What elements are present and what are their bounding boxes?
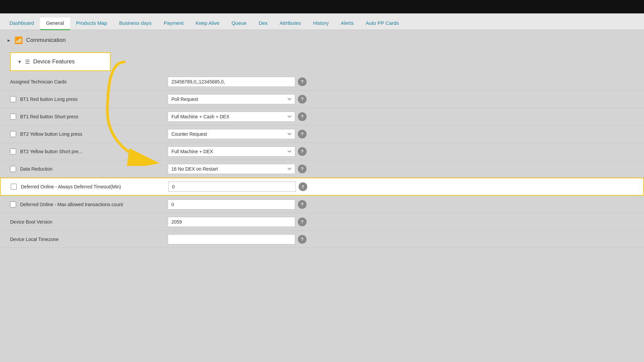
- tab-business-days[interactable]: Business days: [113, 17, 158, 30]
- top-bar: [0, 0, 644, 13]
- tab-dashboard[interactable]: Dashboard: [3, 17, 40, 30]
- tab-attributes[interactable]: Attributes: [274, 17, 307, 30]
- select-bt2-yellow-short[interactable]: Poll Request Full Machine + Cash + DEX C…: [168, 146, 295, 157]
- row-deferred-online-max: Deferred Online - Max allowed transactio…: [0, 196, 644, 213]
- select-data-reduction[interactable]: Poll Request Full Machine + Cash + DEX C…: [168, 164, 295, 174]
- checkbox-bt2-yellow-short[interactable]: [10, 148, 16, 155]
- row-device-boot-version: Device Boot Version ?: [0, 213, 644, 231]
- help-bt1-red-short[interactable]: ?: [298, 112, 307, 121]
- device-features-header[interactable]: ▼ ☰ Device Features: [10, 52, 111, 71]
- tab-queue[interactable]: Queue: [225, 17, 253, 30]
- label-device-local-timezone: Device Local Timezone: [10, 237, 59, 242]
- checkbox-bt1-red-short[interactable]: [10, 114, 16, 120]
- label-bt1-red-long: BT1 Red button Long press: [20, 97, 77, 102]
- row-deferred-online-timeout: Deferred Online - Always Deferred Timeou…: [0, 178, 644, 196]
- communication-chevron-icon: ►: [7, 38, 11, 43]
- help-device-boot-version[interactable]: ?: [298, 218, 307, 226]
- help-bt1-red-long[interactable]: ?: [298, 95, 307, 104]
- tab-general[interactable]: General: [40, 17, 70, 30]
- row-bt2-yellow-short: BT2 Yellow button Short pre... Poll Requ…: [0, 143, 644, 160]
- help-assigned-tech-cards[interactable]: ?: [298, 77, 307, 86]
- device-features-title: Device Features: [33, 58, 75, 65]
- help-data-reduction[interactable]: ?: [298, 165, 307, 173]
- checkbox-bt2-yellow-long[interactable]: [10, 131, 16, 137]
- tab-keep-alive[interactable]: Keep Alive: [190, 17, 225, 30]
- row-bt2-yellow-long: BT2 Yellow button Long press Poll Reques…: [0, 125, 644, 143]
- row-bt1-red-short: BT1 Red button Short press Poll Request …: [0, 108, 644, 125]
- device-features-wrapper: ▼ ☰ Device Features: [0, 50, 644, 73]
- device-features-icon: ☰: [25, 59, 30, 65]
- select-bt2-yellow-long[interactable]: Poll Request Full Machine + Cash + DEX C…: [168, 129, 295, 139]
- help-bt2-yellow-short[interactable]: ?: [298, 147, 307, 156]
- row-bt1-red-long: BT1 Red button Long press Poll Request F…: [0, 90, 644, 108]
- label-deferred-online-timeout: Deferred Online - Always Deferred Timeou…: [21, 184, 121, 189]
- tab-auto-pp-cards[interactable]: Auto PP Cards: [360, 17, 405, 30]
- input-device-boot-version[interactable]: [168, 217, 295, 227]
- tab-payment[interactable]: Payment: [158, 17, 190, 30]
- select-bt1-red-short[interactable]: Poll Request Full Machine + Cash + DEX C…: [168, 112, 295, 122]
- label-data-reduction: Data Reduction: [20, 166, 53, 172]
- communication-title: Communication: [26, 37, 66, 44]
- help-bt2-yellow-long[interactable]: ?: [298, 130, 307, 138]
- label-deferred-online-max: Deferred Online - Max allowed transactio…: [20, 202, 123, 207]
- input-deferred-online-timeout[interactable]: [168, 182, 296, 192]
- checkbox-bt1-red-long[interactable]: [10, 96, 16, 102]
- label-bt2-yellow-long: BT2 Yellow button Long press: [20, 131, 82, 137]
- device-features-chevron-icon: ▼: [17, 59, 22, 64]
- help-deferred-online-max[interactable]: ?: [298, 200, 307, 209]
- tab-history[interactable]: History: [307, 17, 335, 30]
- tab-products-map[interactable]: Products Map: [70, 17, 113, 30]
- communication-section[interactable]: ► 📶 Communication: [0, 30, 644, 50]
- label-bt2-yellow-short: BT2 Yellow button Short pre...: [20, 149, 82, 154]
- input-device-local-timezone[interactable]: [168, 234, 295, 244]
- checkbox-data-reduction[interactable]: [10, 166, 16, 172]
- help-device-local-timezone[interactable]: ?: [298, 235, 307, 244]
- select-bt1-red-long[interactable]: Poll Request Full Machine + Cash + DEX C…: [168, 94, 295, 104]
- tab-dex[interactable]: Dex: [253, 17, 274, 30]
- checkbox-deferred-online-max[interactable]: [10, 201, 16, 207]
- help-deferred-online-timeout[interactable]: ?: [299, 182, 307, 191]
- label-bt1-red-short: BT1 Red button Short press: [20, 114, 78, 119]
- checkbox-deferred-online-timeout[interactable]: [11, 184, 17, 190]
- feature-rows: Assigned Technician Cards ? BT1 Red butt…: [0, 73, 644, 248]
- label-device-boot-version: Device Boot Version: [10, 219, 52, 225]
- tab-alerts[interactable]: Alerts: [335, 17, 360, 30]
- row-data-reduction: Data Reduction Poll Request Full Machine…: [0, 160, 644, 178]
- main-content: ► 📶 Communication ▼ ☰ Device Features As…: [0, 30, 644, 362]
- label-assigned-tech-cards: Assigned Technician Cards: [10, 79, 67, 84]
- input-deferred-online-max[interactable]: [168, 199, 295, 209]
- communication-icon: 📶: [14, 36, 23, 44]
- row-assigned-tech-cards: Assigned Technician Cards ?: [0, 73, 644, 90]
- row-device-local-timezone: Device Local Timezone ?: [0, 231, 644, 248]
- nav-tabs: Dashboard General Products Map Business …: [0, 13, 644, 30]
- input-assigned-tech-cards[interactable]: [168, 77, 295, 87]
